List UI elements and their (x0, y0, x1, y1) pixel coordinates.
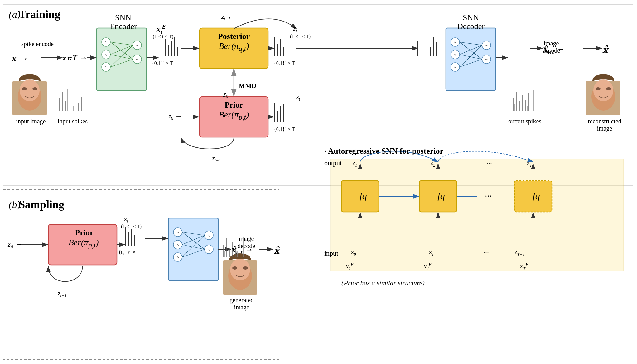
svg-text:∿: ∿ (105, 65, 107, 69)
autoregressive-title: · Autoregressive SNN for posterior (324, 146, 443, 156)
svg-rect-110 (528, 93, 529, 111)
svg-text:∿: ∿ (136, 58, 138, 61)
zt-top: zt (293, 24, 297, 33)
svg-text:∿: ∿ (454, 53, 456, 56)
section-b-title: Sampling (19, 198, 64, 211)
main-container: ∿ ∿ ∿ ∿ ∿ ∿ ∿ ∿ ∿ ∿ (0, 0, 637, 364)
posterior-formula: Ber(πq,t) (209, 41, 259, 53)
prior-formula-a: Ber(πp,t) (209, 110, 259, 122)
svg-text:∿: ∿ (105, 53, 107, 56)
z1-output: z1 (352, 159, 357, 168)
dots-output: ··· (486, 159, 492, 167)
posterior-title: Posterior (212, 32, 256, 41)
svg-rect-93 (75, 93, 75, 111)
diagram-svg: ∿ ∿ ∿ ∿ ∿ ∿ ∿ ∿ ∿ ∿ (0, 0, 637, 364)
ar-note: (Prior has a similar structure) (341, 279, 425, 287)
svg-rect-159 (224, 251, 225, 257)
xE-set: {0,1}ᶜ × T (152, 60, 173, 66)
xhat-1T-a: x̂1:T → (543, 44, 565, 55)
z0-input: z0 (351, 248, 356, 257)
x1T-label: x₁:T → (62, 53, 87, 63)
prior-formula-b: Ber(πp,t) (59, 237, 109, 249)
svg-rect-88 (59, 98, 60, 111)
z2-output: z2 (430, 159, 435, 168)
svg-rect-153 (226, 238, 227, 257)
snn-decoder-subtitle: Decoder (452, 22, 490, 31)
svg-rect-152 (223, 245, 224, 257)
zt-set: {0,1}ᶜ × T (274, 60, 295, 66)
svg-rect-95 (81, 97, 82, 111)
xhat-b: x̂ (274, 245, 279, 256)
xhat-a: x̂ (602, 44, 608, 55)
dots-input: ··· (483, 248, 489, 256)
z0-prior: z0 → (168, 112, 182, 121)
snn-decoder-title: SNN (455, 13, 486, 22)
input-spikes-label: input spikes (55, 118, 90, 125)
svg-text:∿: ∿ (208, 234, 210, 237)
svg-rect-107 (519, 101, 520, 111)
xE-t-label: xtE (157, 24, 166, 35)
zT1-input: zT−1 (514, 248, 525, 257)
fq-dots: ··· (485, 191, 492, 201)
svg-rect-98 (73, 106, 74, 111)
svg-rect-99 (80, 90, 80, 111)
zt-b-set: {0,1}ᶜ × T (118, 249, 140, 255)
zt-prior-set: {0,1}ᶜ × T (274, 126, 295, 132)
svg-point-149 (230, 259, 250, 280)
svg-point-86 (22, 87, 27, 90)
svg-rect-163 (331, 159, 624, 271)
xTE-input: xTE (520, 262, 528, 271)
zt-b-constraint: (1 ≤ t ≤ T) (121, 224, 142, 229)
svg-rect-106 (516, 92, 517, 111)
svg-rect-90 (65, 101, 66, 111)
zt-prior: zt (296, 93, 300, 102)
svg-point-151 (243, 266, 248, 270)
fq2-label: fq (429, 191, 454, 201)
prior-title-b: Prior (62, 228, 106, 237)
svg-rect-108 (522, 95, 523, 111)
x-label: x → (12, 53, 28, 64)
svg-text:∿: ∿ (105, 41, 107, 44)
z0-b-label: z0 → (8, 240, 22, 250)
svg-rect-116 (533, 90, 534, 111)
zt-minus1-b: zt−1 (58, 289, 67, 298)
generated-image-label: generated image (221, 297, 262, 311)
svg-rect-113 (514, 104, 515, 111)
dotsE: ··· (483, 262, 488, 270)
svg-rect-89 (62, 92, 63, 111)
svg-rect-112 (535, 97, 535, 111)
output-spikes-label: output spikes (508, 118, 542, 125)
input-label: input (324, 249, 338, 257)
xhat-1T-b: x̂1:T → (231, 245, 253, 256)
svg-text:∿: ∿ (454, 41, 456, 44)
input-image-label: input image (14, 118, 48, 125)
snn-encoder-title: SNN (108, 13, 139, 22)
svg-point-150 (232, 266, 237, 270)
svg-text:∿: ∿ (485, 44, 488, 47)
fq1-label: fq (351, 191, 376, 201)
zt-minus1-top: zt−1 (221, 12, 230, 22)
svg-text:∿: ∿ (176, 256, 179, 259)
xE-constraint: (1 ≤ t ≤ T) (153, 34, 173, 39)
svg-text:∿: ∿ (176, 243, 179, 247)
svg-rect-92 (72, 100, 72, 111)
svg-rect-105 (513, 98, 514, 111)
svg-text:∿: ∿ (485, 58, 488, 61)
zt-minus1-bottom: zt−1 (212, 154, 221, 163)
svg-text:∿: ∿ (208, 248, 210, 251)
svg-rect-115 (527, 106, 528, 111)
svg-rect-109 (525, 100, 526, 111)
svg-rect-111 (532, 103, 532, 111)
svg-rect-114 (521, 89, 521, 111)
prior-title-a: Prior (212, 100, 256, 110)
snn-encoder-subtitle: Encoder (105, 22, 141, 31)
svg-text:∿: ∿ (176, 231, 179, 234)
spike-encode-label: spike encode (19, 41, 56, 48)
z1-input: z1 (429, 248, 434, 257)
svg-rect-97 (67, 89, 68, 111)
svg-rect-91 (69, 95, 69, 111)
x2E-input: x2E (423, 262, 432, 271)
x1E-input: x1E (345, 262, 354, 271)
z0-posterior: z0 (223, 90, 228, 99)
section-a-title: Training (19, 8, 60, 21)
